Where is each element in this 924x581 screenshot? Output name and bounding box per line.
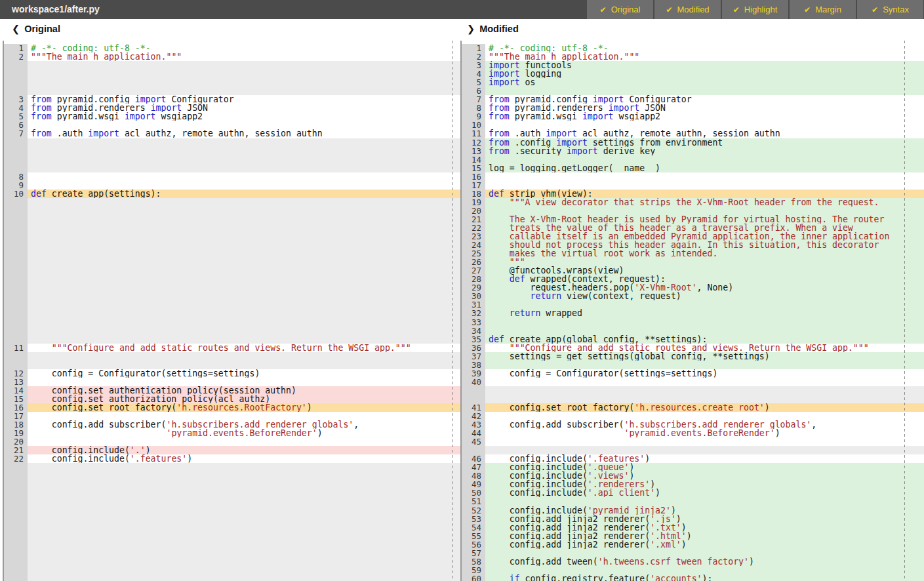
code-row: 31 — [462, 300, 924, 309]
code-text: config.include('.') — [28, 446, 460, 454]
code-text — [28, 138, 460, 147]
filler-row — [4, 497, 460, 506]
line-number: 15 — [4, 395, 28, 403]
code-text: from .security import derive_key — [485, 147, 924, 155]
code-text — [485, 318, 924, 327]
toggle-original-button[interactable]: ✔ Original — [587, 0, 653, 19]
code-text — [485, 446, 924, 454]
line-number: 54 — [462, 523, 485, 532]
toggle-original-label: Original — [611, 5, 641, 14]
code-text: should not process this header again. In… — [485, 241, 924, 249]
code-row: 52 config.include('pyramid_jinja2') — [462, 506, 924, 515]
code-row: 60 if config.registry.feature('accounts'… — [462, 574, 924, 581]
code-text — [28, 437, 460, 446]
line-number: 3 — [462, 61, 485, 70]
original-pane-header: ❮Original — [12, 24, 60, 34]
code-row: 42 — [462, 412, 924, 420]
line-number: 55 — [462, 532, 485, 540]
filler-row — [4, 283, 460, 292]
title-bar: workspace1/after.py ✔ Original ✔ Modifie… — [0, 0, 924, 19]
code-row: 23 callable itself is an embedded Pyrami… — [462, 232, 924, 241]
code-text — [28, 557, 460, 566]
line-number: 19 — [462, 198, 485, 207]
code-row: 27 @functools.wraps(view) — [462, 266, 924, 275]
check-icon: ✔ — [600, 5, 607, 14]
code-text — [28, 574, 460, 581]
line-number — [4, 352, 28, 361]
line-number: 5 — [462, 78, 485, 87]
code-row: 37 settings = get_settings(global_config… — [462, 352, 924, 361]
code-text — [28, 327, 460, 335]
code-row: 21 The X-Vhm-Root header is used by Pyra… — [462, 215, 924, 224]
line-number: 36 — [462, 344, 485, 352]
filler-row — [4, 249, 460, 258]
line-number: 40 — [462, 378, 485, 386]
line-number — [4, 540, 28, 549]
code-text — [28, 283, 460, 292]
line-number: 17 — [462, 181, 485, 190]
code-text: from .auth import acl_authz, remote_auth… — [28, 129, 460, 138]
line-number: 6 — [462, 87, 485, 95]
line-number — [4, 463, 28, 471]
code-row: 18def strip_vhm(view): — [462, 190, 924, 198]
code-text — [28, 540, 460, 549]
code-row: 22 treats the value of this header as a … — [462, 224, 924, 232]
line-number: 56 — [462, 540, 485, 549]
code-text — [28, 215, 460, 224]
line-number — [4, 232, 28, 241]
filler-row — [4, 352, 460, 361]
code-text — [28, 463, 460, 471]
code-text: config.include('.queue') — [485, 463, 924, 471]
line-number — [4, 361, 28, 369]
code-row: 35def create_app(global_config, **settin… — [462, 335, 924, 344]
code-text: config.include('.views') — [485, 471, 924, 480]
code-text: config = Configurator(settings=settings) — [485, 369, 924, 378]
code-text — [485, 300, 924, 309]
line-number: 14 — [4, 386, 28, 395]
line-number — [4, 318, 28, 327]
code-row: 36 """Configure and add static routes an… — [462, 344, 924, 352]
code-row: 6 — [462, 87, 924, 95]
line-number: 20 — [462, 207, 485, 215]
code-text: 'pyramid.events.BeforeRender') — [485, 429, 924, 437]
toggle-modified-button[interactable]: ✔ Modified — [654, 0, 721, 19]
code-text: """A view decorator that strips the X-Vh… — [485, 198, 924, 207]
code-text — [28, 566, 460, 574]
code-row: 38 — [462, 361, 924, 369]
code-text — [28, 335, 460, 344]
line-number — [4, 215, 28, 224]
code-row: 34 — [462, 327, 924, 335]
filler-row — [4, 147, 460, 155]
line-number: 60 — [462, 574, 485, 581]
code-text — [28, 172, 460, 181]
filler-row — [4, 480, 460, 489]
code-text: config.include('pyramid_jinja2') — [485, 506, 924, 515]
toggle-margin-button[interactable]: ✔ Margin — [790, 0, 856, 19]
filler-row — [462, 446, 924, 454]
code-text — [28, 198, 460, 207]
line-number: 8 — [462, 104, 485, 112]
toggle-margin-label: Margin — [815, 5, 841, 14]
line-number: 53 — [462, 515, 485, 523]
line-number — [4, 515, 28, 523]
line-number: 4 — [462, 70, 485, 78]
filler-row — [4, 300, 460, 309]
code-text — [485, 549, 924, 557]
line-number — [4, 249, 28, 258]
line-number — [4, 523, 28, 532]
toggle-syntax-button[interactable]: ✔ Syntax — [857, 0, 923, 19]
code-text — [28, 249, 460, 258]
code-row: 49 config.include('.renderers') — [462, 480, 924, 489]
code-row: 43 config.add_subscriber('h.subscribers.… — [462, 420, 924, 429]
line-number: 5 — [4, 112, 28, 121]
code-text: from pyramid.wsgi import wsgiapp2 — [485, 112, 924, 121]
line-number: 12 — [462, 138, 485, 147]
line-number — [4, 292, 28, 300]
code-row: 22 config.include('.features') — [4, 454, 460, 463]
code-row: 26 """ — [462, 258, 924, 266]
toggle-highlight-button[interactable]: ✔ Highlight — [722, 0, 788, 19]
filler-row — [4, 335, 460, 344]
filler-row — [4, 275, 460, 283]
code-row: 39 config = Configurator(settings=settin… — [462, 369, 924, 378]
code-row: 13from .security import derive_key — [462, 147, 924, 155]
